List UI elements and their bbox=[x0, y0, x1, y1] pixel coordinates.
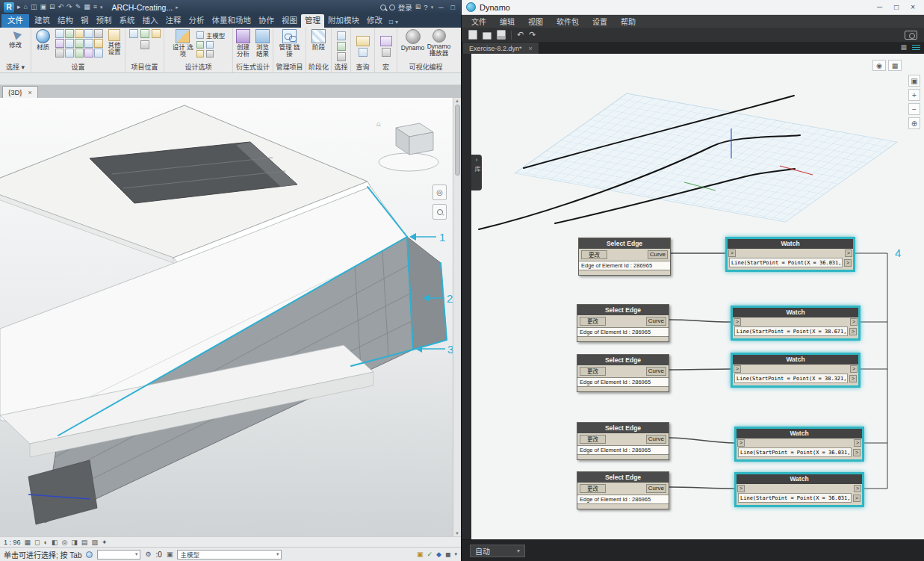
select-edge-node-3[interactable]: Select Edge 更改 Curve Edge of Element Id … bbox=[577, 354, 669, 392]
close-view-icon[interactable]: × bbox=[28, 89, 32, 96]
workspace-menu-icon[interactable] bbox=[912, 45, 920, 51]
new-file-icon[interactable] bbox=[468, 30, 477, 40]
geometry-view-toggle-icon[interactable]: ▦ bbox=[888, 60, 902, 71]
option-set-icon[interactable] bbox=[206, 50, 214, 58]
node-canvas[interactable]: › 库 Select Edge 更改 Curve Edge of Element… bbox=[462, 54, 924, 539]
run-mode-dropdown[interactable]: 自动 ▾ bbox=[470, 545, 525, 557]
design-options-status-icon[interactable]: ✓ bbox=[427, 551, 433, 558]
select-toggle-icon[interactable]: ◼ bbox=[445, 551, 450, 558]
panel-label-generative-design[interactable]: 衍生式设计 bbox=[233, 63, 273, 72]
tab-insert[interactable]: 插入 bbox=[139, 14, 162, 28]
login-label[interactable]: 登录 bbox=[398, 2, 412, 13]
menu-expand-icon[interactable]: ▸ bbox=[17, 4, 21, 10]
menu-view[interactable]: 视图 bbox=[521, 16, 550, 27]
design-options-button[interactable]: 设计 选项 bbox=[172, 29, 194, 58]
library-expand-tab[interactable]: › 库 bbox=[471, 155, 482, 190]
coordinates-icon[interactable] bbox=[140, 29, 149, 38]
home-icon[interactable]: ⌂ bbox=[24, 4, 28, 10]
change-button[interactable]: 更改 bbox=[580, 435, 606, 444]
value-output-port[interactable]: > bbox=[849, 375, 857, 382]
menu-edit[interactable]: 编辑 bbox=[493, 16, 521, 27]
watch-node-3[interactable]: Watch > > Line(StartPoint = Point(X = 38… bbox=[731, 353, 861, 388]
panel-label-settings[interactable]: 设置 bbox=[31, 63, 125, 72]
select-edge-node-2[interactable]: Select Edge 更改 Curve Edge of Element Id … bbox=[577, 304, 669, 342]
scale-control[interactable]: 1 : 96 bbox=[4, 539, 21, 546]
scroll-down-icon[interactable]: ▼ bbox=[455, 531, 459, 536]
edit-selection-icon[interactable] bbox=[337, 52, 346, 61]
open-file-icon[interactable] bbox=[483, 32, 492, 40]
reveal-hidden-icon[interactable]: ✦ bbox=[102, 539, 108, 546]
additional-settings-icon[interactable] bbox=[75, 49, 84, 58]
workspace-list-icon[interactable]: ▦ bbox=[900, 44, 907, 51]
menu-packages[interactable]: 软件包 bbox=[550, 16, 586, 27]
home-view-icon[interactable]: ⌂ bbox=[376, 120, 381, 128]
tab-analyze[interactable]: 分析 bbox=[185, 14, 208, 28]
panel-label-project-location[interactable]: 项目位置 bbox=[125, 63, 164, 72]
create-study-button[interactable]: 创建 分析 bbox=[235, 29, 252, 58]
help-caret-icon[interactable]: ▾ bbox=[431, 4, 434, 10]
grid-icon[interactable]: ▦ bbox=[84, 4, 90, 10]
main-model-dropdown[interactable]: 主模型 ▾ bbox=[177, 550, 282, 560]
minimize-icon[interactable]: ─ bbox=[436, 4, 445, 11]
dynamo-player-button[interactable]: Dynamo 播放器 bbox=[427, 29, 451, 58]
modify-button[interactable]: ▶ 修改 bbox=[4, 29, 28, 49]
maximize-icon[interactable]: □ bbox=[449, 4, 457, 11]
value-output-port[interactable]: > bbox=[853, 495, 861, 502]
help-icon[interactable]: ? bbox=[424, 3, 427, 11]
dynamo-button[interactable]: Dynamo bbox=[401, 29, 425, 52]
curve-output-port[interactable]: Curve bbox=[646, 435, 666, 444]
redo-icon[interactable]: ↷ bbox=[66, 4, 72, 10]
tab-view[interactable]: 视图 bbox=[278, 14, 301, 28]
change-button[interactable]: 更改 bbox=[580, 317, 606, 326]
list-icon[interactable]: ≡ bbox=[93, 4, 97, 10]
change-button[interactable]: 更改 bbox=[581, 250, 607, 259]
workset-gear-icon[interactable]: ⚙ bbox=[145, 551, 151, 558]
tab-annotate[interactable]: 注释 bbox=[162, 14, 185, 28]
panel-schedule-icon[interactable] bbox=[65, 49, 74, 58]
title-caret-icon[interactable]: ▸ bbox=[176, 4, 179, 10]
tab-systems[interactable]: 系统 bbox=[116, 14, 139, 28]
account-icon[interactable] bbox=[389, 4, 395, 10]
design-option-dropdown[interactable]: ▾ bbox=[97, 550, 140, 560]
worksets-icon[interactable]: ▣ bbox=[417, 551, 424, 558]
save-selection-icon[interactable] bbox=[337, 31, 346, 40]
panel-label-select[interactable]: 选择 ▾ bbox=[0, 63, 31, 72]
scrollbar-thumb[interactable] bbox=[455, 105, 460, 176]
shared-parameters-icon[interactable] bbox=[94, 29, 103, 38]
tab-collaborate[interactable]: 协作 bbox=[255, 14, 278, 28]
panel-label-phasing[interactable]: 阶段化 bbox=[306, 63, 331, 72]
undo-icon[interactable]: ↶ bbox=[517, 31, 524, 39]
view-tab-3d[interactable]: {3D} × bbox=[2, 86, 38, 98]
cart-icon[interactable]: ⊞ bbox=[415, 4, 421, 10]
detail-level-icon[interactable]: ▦ bbox=[25, 539, 31, 546]
phases-button[interactable]: 阶段 bbox=[308, 29, 329, 51]
materials-button[interactable]: 材质 bbox=[33, 29, 53, 51]
change-button[interactable]: 更改 bbox=[580, 367, 606, 376]
input-port[interactable]: > bbox=[737, 439, 745, 447]
panel-label-inquiry[interactable]: 查询 bbox=[351, 63, 374, 72]
tab-precast[interactable]: 预制 bbox=[93, 14, 116, 28]
curve-output-port[interactable]: Curve bbox=[646, 484, 666, 493]
tab-structure[interactable]: 结构 bbox=[54, 14, 77, 28]
snaps-icon[interactable] bbox=[65, 29, 74, 38]
add-option-icon[interactable] bbox=[196, 41, 204, 49]
qat-more-icon[interactable]: ▾ bbox=[100, 4, 103, 10]
sun-path-icon[interactable]: ◐ bbox=[44, 539, 48, 546]
zoom-out-icon[interactable]: − bbox=[908, 103, 920, 115]
load-selection-icon[interactable] bbox=[337, 42, 346, 51]
global-parameters-icon[interactable] bbox=[55, 39, 64, 48]
measure-icon[interactable]: ✎ bbox=[75, 4, 81, 10]
input-port[interactable]: > bbox=[728, 249, 736, 257]
save-icon[interactable]: ▣ bbox=[40, 4, 46, 10]
navigation-wheel-button[interactable]: ◎ bbox=[432, 185, 447, 200]
accept-option-icon[interactable] bbox=[196, 50, 204, 58]
other-settings-button[interactable]: 其他 设置 bbox=[105, 29, 123, 56]
change-button[interactable]: 更改 bbox=[580, 484, 606, 493]
menu-help[interactable]: 帮助 bbox=[614, 16, 642, 27]
panel-label-selection[interactable]: 选择 bbox=[332, 63, 350, 72]
macro-security-icon[interactable] bbox=[382, 48, 391, 57]
manage-links-button[interactable]: 管理 链接 bbox=[277, 29, 303, 58]
input-port[interactable]: > bbox=[734, 365, 741, 373]
crop-view-icon[interactable]: ◨ bbox=[71, 539, 78, 546]
node-wires[interactable] bbox=[669, 253, 734, 489]
